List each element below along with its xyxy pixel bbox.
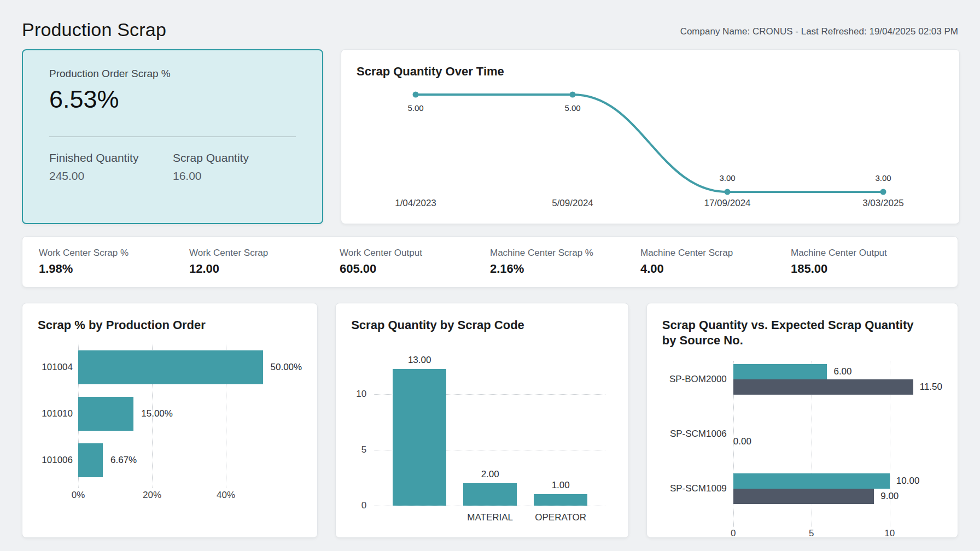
finished-quantity-label: Finished Quantity	[49, 151, 173, 165]
bar-operator[interactable]	[534, 494, 587, 505]
grouped-bar-plot: SP-BOM2000 6.00 11.50 SP-SCM1006	[662, 364, 942, 542]
metric-work-center-scrap: Work Center Scrap 12.00	[189, 248, 340, 276]
metric-value: 1.98%	[39, 262, 189, 276]
bar-group: 1.00 OPERATOR	[534, 355, 587, 506]
data-point-dot[interactable]	[725, 189, 731, 195]
page-title: Production Scrap	[22, 19, 166, 40]
category-label: OPERATOR	[535, 512, 586, 523]
kpi-label: Production Order Scrap %	[49, 68, 296, 80]
bar-row-sp-scm1006: SP-SCM1006 0.00	[662, 419, 942, 449]
bar-value-label: 10.00	[896, 476, 920, 486]
metric-value: 605.00	[340, 262, 490, 276]
data-point-label: 5.00	[407, 103, 423, 113]
kpi-card[interactable]: Production Order Scrap % 6.53% Finished …	[22, 49, 323, 224]
metrics-strip: Work Center Scrap % 1.98% Work Center Sc…	[22, 236, 958, 288]
scrap-quantity-label: Scrap Quantity	[173, 151, 296, 165]
metric-value: 12.00	[189, 262, 340, 276]
finished-quantity: Finished Quantity 245.00	[49, 151, 173, 183]
metric-machine-center-scrap-pct: Machine Center Scrap % 2.16%	[490, 248, 640, 276]
bar-value-label: 6.67%	[110, 455, 137, 466]
bar-material[interactable]	[463, 483, 517, 506]
bar-blank-code[interactable]	[393, 369, 446, 506]
data-point-label: 3.00	[719, 173, 735, 183]
bar-expected-scrap-quantity[interactable]	[733, 489, 874, 504]
category-label: SP-SCM1009	[662, 483, 727, 494]
axis-tick: 5	[809, 528, 814, 539]
axis-tick: 0	[731, 528, 736, 539]
bar-value-label: 9.00	[880, 491, 899, 502]
gridline	[374, 506, 605, 506]
production-scrap-dashboard: Production Scrap Company Name: CRONUS - …	[0, 0, 980, 551]
bars: 13.00 2.00 MATERIAL 1.00 OPERATOR	[390, 355, 611, 506]
bar-101010[interactable]	[78, 397, 133, 431]
bar-value-label: 6.00	[833, 366, 851, 377]
bar-value-label: 11.50	[920, 382, 942, 392]
finished-quantity-value: 245.00	[49, 169, 173, 183]
bar-row: 101004 50.00%	[38, 350, 302, 384]
line-series-path[interactable]	[416, 95, 883, 192]
x-axis-label: 3/03/2025	[862, 198, 904, 208]
metric-label: Work Center Scrap	[189, 248, 340, 259]
bar-row: 101010 15.00%	[38, 397, 302, 431]
axis-tick: 5	[361, 444, 366, 455]
x-axis-label: 1/04/2023	[395, 198, 436, 208]
metric-label: Work Center Scrap %	[39, 248, 189, 259]
data-point-dot[interactable]	[570, 91, 576, 97]
metric-label: Machine Center Scrap	[640, 248, 791, 259]
kpi-divider	[49, 137, 296, 137]
data-point-label: 3.00	[875, 173, 891, 183]
bar-expected-scrap-quantity[interactable]	[733, 379, 913, 395]
bar-group: 2.00 MATERIAL	[463, 355, 517, 506]
chart-title: Scrap Quantity by Scrap Code	[351, 318, 613, 333]
metric-label: Machine Center Output	[791, 248, 941, 259]
category-label: 101004	[38, 362, 73, 373]
category-label: 101006	[38, 455, 73, 466]
bar-value-label: 50.00%	[271, 362, 302, 373]
bar-row: 101006 6.67%	[38, 443, 302, 477]
scrap-by-scrap-code-card: Scrap Quantity by Scrap Code 10 5 0 13.0…	[335, 303, 629, 538]
x-axis-label: 17/09/2024	[704, 198, 750, 208]
bar-101006[interactable]	[78, 443, 103, 477]
bar-line: 10.00	[733, 473, 920, 489]
bar-value-label: 0.00	[733, 436, 751, 447]
scrap-over-time-card: Scrap Quantity Over Time 5.00 5.00 3.00 …	[341, 49, 960, 224]
chart-title: Scrap % by Production Order	[38, 318, 302, 333]
scrap-by-production-order-card: Scrap % by Production Order 101004 50.00…	[22, 303, 318, 538]
metric-value: 2.16%	[490, 262, 640, 276]
horizontal-bar-plot: 101004 50.00% 101010 15.00% 101006 6.67%…	[38, 350, 302, 504]
bar-value-label: 13.00	[408, 355, 431, 366]
category-label: 101010	[38, 408, 73, 419]
axis-tick: 20%	[143, 490, 161, 501]
metric-machine-center-output: Machine Center Output 185.00	[791, 248, 941, 276]
bar-scrap-quantity[interactable]	[733, 473, 890, 489]
metric-work-center-output: Work Center Output 605.00	[340, 248, 490, 276]
chart-title: Scrap Quantity Over Time	[357, 64, 944, 79]
bar-line: 9.00	[733, 489, 920, 504]
bar-group: 13.00	[393, 355, 446, 506]
category-label: SP-SCM1006	[662, 429, 727, 439]
bar-101004[interactable]	[78, 350, 263, 384]
bar-scrap-quantity[interactable]	[733, 364, 827, 379]
bar-line: 11.50	[733, 379, 942, 395]
bar-line: 6.00	[733, 364, 942, 379]
kpi-sub-metrics: Finished Quantity 245.00 Scrap Quantity …	[49, 151, 296, 183]
bar-value-label: 2.00	[481, 469, 499, 480]
scrap-vs-expected-card: Scrap Quantity vs. Expected Scrap Quanti…	[646, 303, 958, 538]
category-label: MATERIAL	[467, 512, 513, 523]
header: Production Scrap Company Name: CRONUS - …	[22, 12, 958, 40]
data-point-dot[interactable]	[880, 189, 886, 195]
vertical-bar-plot: 10 5 0 13.00 2.00 MATERIAL 1.00	[374, 355, 611, 506]
metric-label: Machine Center Scrap %	[490, 248, 640, 259]
metric-value: 4.00	[640, 262, 791, 276]
category-label: SP-BOM2000	[662, 374, 727, 385]
data-point-label: 5.00	[564, 103, 580, 113]
data-point-dot[interactable]	[413, 91, 419, 97]
axis-tick: 0%	[72, 490, 85, 501]
scrap-quantity: Scrap Quantity 16.00	[173, 151, 296, 183]
metric-work-center-scrap-pct: Work Center Scrap % 1.98%	[39, 248, 189, 276]
bar-row-sp-scm1009: SP-SCM1009 10.00 9.00	[662, 473, 942, 504]
bar-value-label: 1.00	[552, 480, 570, 491]
row-bottom: Scrap % by Production Order 101004 50.00…	[22, 303, 958, 538]
axis-tick: 10	[884, 528, 895, 539]
x-axis: 0 5 10	[662, 528, 942, 542]
